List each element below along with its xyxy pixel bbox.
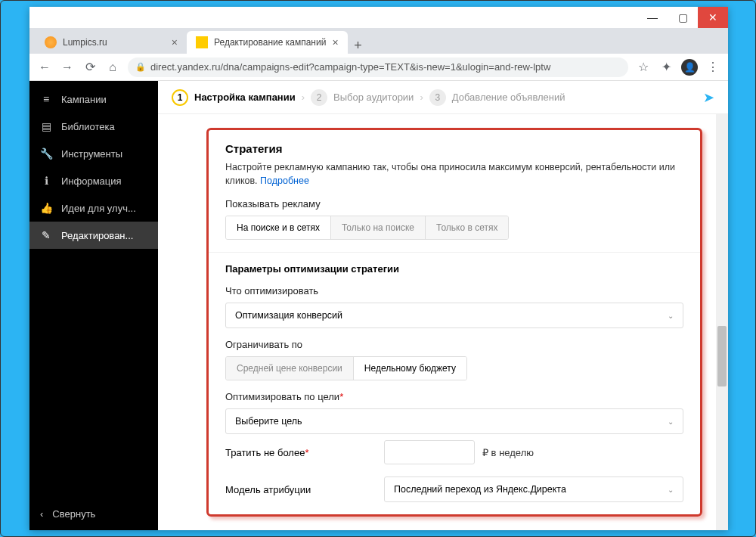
select-value: Оптимизация конверсий (235, 310, 342, 321)
sidebar-item-label: Идеи для улуч... (61, 203, 136, 214)
sidebar-item-info[interactable]: ℹ Информация (29, 167, 158, 194)
step-1-badge: 1 (172, 89, 188, 106)
optimization-params-heading: Параметры оптимизации стратегии (225, 263, 683, 275)
window-close-button[interactable]: ✕ (698, 7, 728, 28)
chevron-down-icon: ⌄ (668, 486, 674, 494)
window-titlebar: — ▢ ✕ (29, 7, 728, 28)
card-description: Настройте рекламную кампанию так, чтобы … (225, 161, 683, 188)
browser-tab-strip: Lumpics.ru × Редактирование кампаний × + (29, 28, 728, 54)
main-content: 1 Настройка кампании › 2 Выбор аудитории… (158, 81, 728, 530)
select-value: Выберите цель (235, 416, 302, 427)
profile-avatar[interactable]: 👤 (681, 59, 698, 76)
close-tab-icon[interactable]: × (332, 36, 338, 48)
step-3-label[interactable]: Добавление объявлений (452, 92, 565, 103)
optimize-select[interactable]: Оптимизация конверсий ⌄ (225, 303, 683, 328)
step-2-badge: 2 (311, 89, 327, 106)
window-minimize-button[interactable]: — (637, 7, 668, 28)
sidebar-item-label: Редактирован... (61, 230, 133, 241)
extensions-icon[interactable]: ✦ (658, 60, 674, 74)
sidebar-item-editing[interactable]: ✎ Редактирован... (29, 222, 158, 249)
thumbs-up-icon: 👍 (40, 202, 52, 214)
sidebar-item-label: Инструменты (61, 148, 122, 160)
select-value: Последний переход из Яндекс.Директа (394, 484, 566, 495)
library-icon: ▤ (40, 120, 52, 132)
spend-suffix: ₽ в неделю (482, 447, 534, 458)
wizard-steps: 1 Настройка кампании › 2 Выбор аудитории… (158, 81, 728, 114)
wrench-icon: 🔧 (40, 147, 52, 160)
browser-nav-bar: ← → ⟳ ⌂ 🔒 direct.yandex.ru/dna/campaigns… (29, 54, 728, 81)
sidebar-item-label: Кампании (61, 94, 107, 105)
show-ads-label: Показывать рекламу (225, 198, 683, 210)
step-3-badge: 3 (429, 89, 446, 106)
step-2-label[interactable]: Выбор аудитории (333, 92, 414, 103)
chevron-down-icon: ⌄ (668, 417, 674, 426)
more-link[interactable]: Подробнее (260, 175, 309, 186)
card-title: Стратегия (225, 142, 683, 155)
pencil-icon: ✎ (40, 229, 52, 241)
opt-avg-conversion-price[interactable]: Средней цене конверсии (226, 357, 354, 380)
sidebar-item-tools[interactable]: 🔧 Инструменты (29, 140, 158, 167)
show-ads-toggle: На поиске и в сетях Только на поиске Тол… (225, 216, 509, 240)
step-1-label[interactable]: Настройка кампании (194, 92, 296, 103)
window-maximize-button[interactable]: ▢ (668, 7, 698, 28)
forward-button[interactable]: → (60, 61, 75, 74)
vertical-scrollbar[interactable] (716, 114, 728, 530)
info-icon: ℹ (40, 175, 52, 187)
collapse-label: Свернуть (52, 508, 95, 520)
bookmark-star-icon[interactable]: ☆ (636, 60, 651, 74)
address-bar[interactable]: 🔒 direct.yandex.ru/dna/campaigns-edit?ca… (128, 57, 628, 77)
sidebar: ≡ Кампании ▤ Библиотека 🔧 Инструменты ℹ … (29, 81, 158, 530)
chevron-down-icon: ⌄ (668, 312, 674, 320)
opt-search-and-networks[interactable]: На поиске и в сетях (226, 216, 331, 239)
browser-tab-lumpics[interactable]: Lumpics.ru × (36, 31, 187, 54)
sidebar-item-label: Библиотека (61, 121, 115, 132)
opt-weekly-budget[interactable]: Недельному бюджету (354, 357, 466, 380)
opt-search-only[interactable]: Только на поиске (331, 216, 426, 239)
what-optimize-label: Что оптимизировать (225, 285, 683, 296)
browser-tab-campaign-edit[interactable]: Редактирование кампаний × (187, 31, 348, 54)
chevron-left-icon: ‹ (40, 508, 43, 520)
sidebar-item-ideas[interactable]: 👍 Идеи для улуч... (29, 194, 158, 222)
sidebar-item-label: Информация (61, 175, 122, 187)
send-button[interactable]: ➤ (703, 89, 714, 106)
goal-select[interactable]: Выберите цель ⌄ (225, 408, 683, 434)
close-tab-icon[interactable]: × (172, 36, 178, 48)
sidebar-item-library[interactable]: ▤ Библиотека (29, 113, 158, 140)
kebab-menu-icon[interactable]: ⋮ (705, 60, 720, 74)
scrollbar-thumb[interactable] (717, 326, 727, 386)
opt-networks-only[interactable]: Только в сетях (426, 216, 508, 239)
favicon-icon (196, 36, 208, 48)
tab-title: Lumpics.ru (63, 37, 107, 48)
sidebar-collapse-button[interactable]: ‹ Свернуть (29, 498, 158, 530)
tab-title: Редактирование кампаний (214, 37, 326, 48)
spend-no-more-label: Тратить не более* (225, 447, 376, 458)
limit-by-toggle: Средней цене конверсии Недельному бюджет… (225, 356, 467, 380)
menu-icon: ≡ (40, 93, 52, 105)
sidebar-item-campaigns[interactable]: ≡ Кампании (29, 85, 158, 113)
optimize-goal-label: Оптимизировать по цели* (225, 391, 683, 402)
favicon-icon (45, 36, 57, 48)
weekly-budget-input[interactable] (384, 440, 475, 464)
home-button[interactable]: ⌂ (105, 61, 120, 74)
lock-icon: 🔒 (135, 62, 146, 72)
reload-button[interactable]: ⟳ (82, 60, 98, 74)
url-text: direct.yandex.ru/dna/campaigns-edit?camp… (150, 61, 550, 73)
back-button[interactable]: ← (37, 61, 52, 74)
attribution-model-label: Модель атрибуции (225, 484, 376, 495)
chevron-right-icon: › (302, 92, 305, 103)
strategy-card: Стратегия Настройте рекламную кампанию т… (206, 128, 702, 517)
new-tab-button[interactable]: + (348, 38, 369, 54)
attribution-select[interactable]: Последний переход из Яндекс.Директа ⌄ (384, 476, 683, 502)
limit-by-label: Ограничивать по (225, 339, 683, 350)
chevron-right-icon: › (420, 92, 423, 103)
